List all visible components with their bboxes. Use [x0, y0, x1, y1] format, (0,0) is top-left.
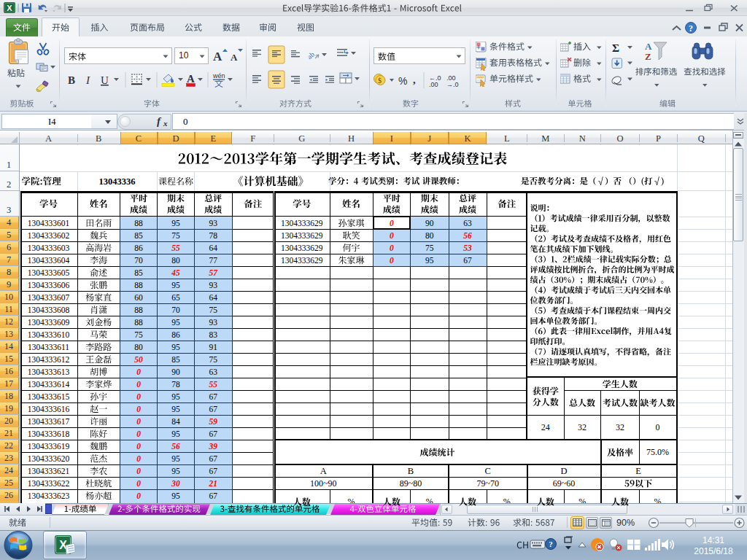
svg-text:?: ?: [549, 540, 553, 548]
